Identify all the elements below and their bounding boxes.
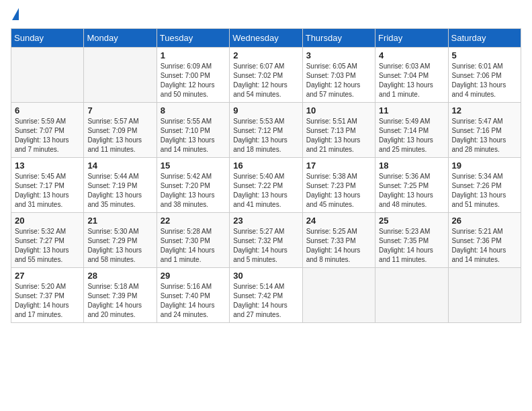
calendar-day-cell: 18Sunrise: 5:36 AM Sunset: 7:25 PM Dayli… [375,158,448,213]
day-info: Sunrise: 5:57 AM Sunset: 7:09 PM Dayligh… [87,117,152,154]
day-info: Sunrise: 5:14 AM Sunset: 7:42 PM Dayligh… [233,282,298,320]
day-info: Sunrise: 5:34 AM Sunset: 7:26 PM Dayligh… [452,172,517,210]
day-number: 8 [161,105,226,116]
calendar-day-cell: 24Sunrise: 5:25 AM Sunset: 7:33 PM Dayli… [302,213,375,268]
calendar-week-row: 1Sunrise: 6:09 AM Sunset: 7:00 PM Daylig… [11,48,521,103]
day-info: Sunrise: 6:07 AM Sunset: 7:02 PM Dayligh… [233,62,298,99]
day-number: 13 [15,161,80,171]
day-info: Sunrise: 5:25 AM Sunset: 7:33 PM Dayligh… [306,227,371,265]
calendar-day-cell: 26Sunrise: 5:21 AM Sunset: 7:36 PM Dayli… [448,213,521,268]
calendar-day-cell: 14Sunrise: 5:44 AM Sunset: 7:19 PM Dayli… [84,158,157,213]
calendar-day-cell: 19Sunrise: 5:34 AM Sunset: 7:26 PM Dayli… [448,158,521,213]
day-info: Sunrise: 5:28 AM Sunset: 7:30 PM Dayligh… [161,227,226,265]
header [11,11,521,20]
calendar-header-row: SundayMondayTuesdayWednesdayThursdayFrid… [11,29,521,48]
logo [11,11,19,20]
calendar-day-cell [302,268,375,323]
day-info: Sunrise: 5:18 AM Sunset: 7:39 PM Dayligh… [87,282,152,320]
day-info: Sunrise: 6:09 AM Sunset: 7:00 PM Dayligh… [161,62,226,99]
day-info: Sunrise: 5:30 AM Sunset: 7:29 PM Dayligh… [87,227,152,265]
day-info: Sunrise: 5:49 AM Sunset: 7:14 PM Dayligh… [379,117,444,154]
day-number: 17 [306,161,371,171]
day-info: Sunrise: 5:45 AM Sunset: 7:17 PM Dayligh… [15,172,80,210]
day-info: Sunrise: 5:55 AM Sunset: 7:10 PM Dayligh… [161,117,226,154]
weekday-header-friday: Friday [375,29,448,48]
day-info: Sunrise: 5:16 AM Sunset: 7:40 PM Dayligh… [161,282,226,320]
calendar-day-cell: 30Sunrise: 5:14 AM Sunset: 7:42 PM Dayli… [230,268,302,323]
day-info: Sunrise: 5:32 AM Sunset: 7:27 PM Dayligh… [15,227,80,265]
day-number: 11 [379,105,444,116]
weekday-header-tuesday: Tuesday [157,29,229,48]
day-info: Sunrise: 5:59 AM Sunset: 7:07 PM Dayligh… [15,117,80,154]
day-number: 4 [379,50,444,60]
day-info: Sunrise: 5:36 AM Sunset: 7:25 PM Dayligh… [379,172,444,210]
calendar-week-row: 13Sunrise: 5:45 AM Sunset: 7:17 PM Dayli… [11,158,521,213]
day-number: 3 [306,50,371,60]
calendar-day-cell: 23Sunrise: 5:27 AM Sunset: 7:32 PM Dayli… [230,213,302,268]
calendar-day-cell [448,268,521,323]
day-number: 28 [87,271,152,281]
calendar-day-cell: 20Sunrise: 5:32 AM Sunset: 7:27 PM Dayli… [11,213,84,268]
calendar-day-cell: 28Sunrise: 5:18 AM Sunset: 7:39 PM Dayli… [84,268,157,323]
calendar-day-cell: 17Sunrise: 5:38 AM Sunset: 7:23 PM Dayli… [302,158,375,213]
calendar-day-cell: 21Sunrise: 5:30 AM Sunset: 7:29 PM Dayli… [84,213,157,268]
day-info: Sunrise: 5:40 AM Sunset: 7:22 PM Dayligh… [233,172,298,210]
day-info: Sunrise: 5:42 AM Sunset: 7:20 PM Dayligh… [161,172,226,210]
calendar-day-cell [11,48,84,103]
calendar-day-cell: 25Sunrise: 5:23 AM Sunset: 7:35 PM Dayli… [375,213,448,268]
calendar-day-cell [375,268,448,323]
calendar-day-cell: 4Sunrise: 6:03 AM Sunset: 7:04 PM Daylig… [375,48,448,103]
day-number: 14 [87,161,152,171]
day-number: 22 [161,216,226,226]
weekday-header-thursday: Thursday [302,29,375,48]
day-number: 16 [233,161,298,171]
day-number: 2 [233,50,298,60]
day-number: 15 [161,161,226,171]
day-info: Sunrise: 6:03 AM Sunset: 7:04 PM Dayligh… [379,62,444,99]
day-number: 20 [15,216,80,226]
day-number: 6 [15,105,80,116]
calendar-day-cell: 7Sunrise: 5:57 AM Sunset: 7:09 PM Daylig… [84,103,157,158]
calendar-day-cell: 11Sunrise: 5:49 AM Sunset: 7:14 PM Dayli… [375,103,448,158]
day-number: 21 [87,216,152,226]
calendar-day-cell: 5Sunrise: 6:01 AM Sunset: 7:06 PM Daylig… [448,48,521,103]
calendar-day-cell: 9Sunrise: 5:53 AM Sunset: 7:12 PM Daylig… [230,103,302,158]
calendar-day-cell: 8Sunrise: 5:55 AM Sunset: 7:10 PM Daylig… [157,103,229,158]
day-number: 26 [452,216,517,226]
calendar-day-cell: 3Sunrise: 6:05 AM Sunset: 7:03 PM Daylig… [302,48,375,103]
day-number: 12 [452,105,517,116]
day-number: 30 [233,271,298,281]
day-number: 5 [452,50,517,60]
calendar-day-cell: 6Sunrise: 5:59 AM Sunset: 7:07 PM Daylig… [11,103,84,158]
calendar-day-cell: 10Sunrise: 5:51 AM Sunset: 7:13 PM Dayli… [302,103,375,158]
calendar-day-cell: 1Sunrise: 6:09 AM Sunset: 7:00 PM Daylig… [157,48,229,103]
calendar-day-cell [84,48,157,103]
day-info: Sunrise: 5:21 AM Sunset: 7:36 PM Dayligh… [452,227,517,265]
day-info: Sunrise: 5:38 AM Sunset: 7:23 PM Dayligh… [306,172,371,210]
weekday-header-monday: Monday [84,29,157,48]
calendar-day-cell: 16Sunrise: 5:40 AM Sunset: 7:22 PM Dayli… [230,158,302,213]
day-number: 29 [161,271,226,281]
calendar-day-cell: 2Sunrise: 6:07 AM Sunset: 7:02 PM Daylig… [230,48,302,103]
calendar-day-cell: 22Sunrise: 5:28 AM Sunset: 7:30 PM Dayli… [157,213,229,268]
day-number: 1 [161,50,226,60]
day-number: 25 [379,216,444,226]
calendar-day-cell: 29Sunrise: 5:16 AM Sunset: 7:40 PM Dayli… [157,268,229,323]
day-info: Sunrise: 6:01 AM Sunset: 7:06 PM Dayligh… [452,62,517,99]
day-info: Sunrise: 5:20 AM Sunset: 7:37 PM Dayligh… [15,282,80,320]
calendar-week-row: 27Sunrise: 5:20 AM Sunset: 7:37 PM Dayli… [11,268,521,323]
day-number: 18 [379,161,444,171]
day-number: 7 [87,105,152,116]
weekday-header-wednesday: Wednesday [230,29,302,48]
day-info: Sunrise: 5:53 AM Sunset: 7:12 PM Dayligh… [233,117,298,154]
day-number: 24 [306,216,371,226]
calendar-week-row: 6Sunrise: 5:59 AM Sunset: 7:07 PM Daylig… [11,103,521,158]
day-info: Sunrise: 5:23 AM Sunset: 7:35 PM Dayligh… [379,227,444,265]
calendar-day-cell: 27Sunrise: 5:20 AM Sunset: 7:37 PM Dayli… [11,268,84,323]
day-info: Sunrise: 5:51 AM Sunset: 7:13 PM Dayligh… [306,117,371,154]
calendar-day-cell: 15Sunrise: 5:42 AM Sunset: 7:20 PM Dayli… [157,158,229,213]
day-info: Sunrise: 6:05 AM Sunset: 7:03 PM Dayligh… [306,62,371,99]
calendar-day-cell: 12Sunrise: 5:47 AM Sunset: 7:16 PM Dayli… [448,103,521,158]
calendar-day-cell: 13Sunrise: 5:45 AM Sunset: 7:17 PM Dayli… [11,158,84,213]
logo-triangle-icon [12,8,19,20]
